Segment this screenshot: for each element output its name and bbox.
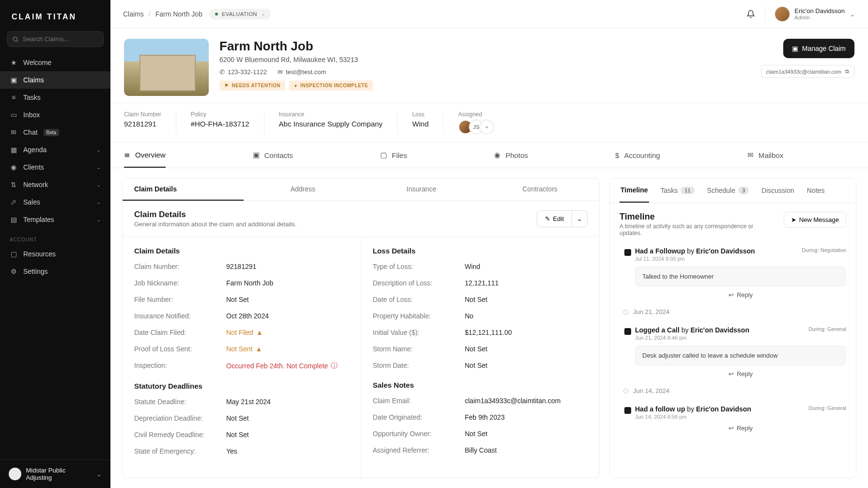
send-icon: ➤ (791, 216, 796, 223)
tab-label: Overview (135, 151, 166, 159)
meta-label: Policy (191, 111, 249, 118)
timeline-note: Talked to the Homeowner (635, 267, 846, 286)
loss-details-col: Loss Details Type of Loss:Wind Descripti… (361, 237, 600, 478)
kv-val: Farm North Job (226, 279, 273, 287)
reply-icon: ↩ (728, 291, 734, 299)
section-header: Claim Details General information about … (123, 201, 599, 237)
manage-claim-button[interactable]: ▣ Manage Claim (783, 39, 854, 58)
tab-photos[interactable]: ◉Photos (494, 142, 528, 168)
breadcrumb-root[interactable]: Claims (123, 10, 144, 18)
nav-network[interactable]: ⇅Network⌄ (0, 176, 110, 193)
new-message-button[interactable]: ➤New Message (784, 212, 846, 228)
kv-key: Date of Loss: (373, 296, 465, 303)
flag-label: NEEDS ATTENTION (232, 83, 281, 88)
tab-accounting[interactable]: $Accounting (615, 142, 660, 168)
kv-val: $12,121,111.00 (465, 329, 512, 336)
nav-label: Welcome (23, 59, 51, 66)
kv-key: Property Habitable: (373, 312, 465, 320)
timeline-during: During: Negotation (802, 247, 846, 253)
subtab-insurance[interactable]: Insurance (362, 178, 481, 201)
meta-label: Assigned (458, 111, 494, 118)
pencil-icon: ✎ (545, 215, 550, 222)
kv-val: Yes (226, 447, 237, 455)
email[interactable]: ✉test@test.com (278, 68, 326, 76)
user-name: Eric'on Davidsson (794, 7, 845, 15)
chevron-down-icon: ⌄ (96, 147, 101, 153)
contacts-icon: ▣ (253, 151, 260, 159)
edit-dropdown-button[interactable]: ⌄ (572, 210, 588, 227)
rtab-notes[interactable]: Notes (806, 178, 826, 203)
section-title: Claim Details (134, 210, 296, 220)
tab-label: Accounting (624, 151, 660, 159)
nav-templates[interactable]: ▤Templates⌄ (0, 211, 110, 228)
network-icon: ⇅ (10, 181, 17, 189)
meta-value: 92181291 (124, 120, 161, 128)
kv-key: Assigned Referrer: (373, 446, 465, 454)
edit-button[interactable]: ✎Edit (537, 210, 572, 227)
kv-val: May 21st 2024 (226, 398, 271, 406)
rtab-timeline[interactable]: Timeline (620, 178, 649, 203)
kv-val: Not Set (465, 296, 488, 303)
search-box[interactable] (7, 31, 104, 47)
meta-assigned: Assigned JS + (458, 111, 509, 134)
nav-inbox[interactable]: ▭Inbox (0, 106, 110, 124)
kv-val: Not Set (465, 345, 488, 353)
meta-value: Abc Insurance Supply Company (279, 120, 383, 128)
kv-key: Storm Name: (373, 345, 465, 353)
reply-button[interactable]: ↩Reply (635, 370, 846, 378)
nav-agenda[interactable]: ▦Agenda⌄ (0, 141, 110, 158)
tab-overview[interactable]: ≣Overview (124, 142, 166, 168)
status-pill[interactable]: EVALUATION ⌄ (209, 9, 271, 19)
user-menu[interactable]: Eric'on Davidsson Admin ⌄ (765, 7, 855, 21)
chevron-down-icon: ⌄ (96, 199, 101, 205)
reply-label: Reply (737, 370, 753, 378)
meta-value: Wind (412, 120, 429, 128)
reply-button[interactable]: ↩Reply (635, 425, 846, 432)
nav-clients[interactable]: ◉Clients⌄ (0, 158, 110, 176)
svg-line-1 (17, 40, 18, 42)
error-icon: ⓘ (331, 362, 338, 370)
rtab-discussion[interactable]: Discussion (760, 178, 795, 203)
subtab-claim-details[interactable]: Claim Details (123, 178, 244, 201)
reply-button[interactable]: ↩Reply (635, 291, 846, 299)
subtab-address[interactable]: Address (244, 178, 362, 201)
chevron-down-icon: ⌄ (261, 11, 265, 16)
rtab-schedule[interactable]: Schedule3 (706, 178, 750, 203)
chevron-down-icon: ⌄ (96, 471, 102, 478)
doc-icon: ▢ (10, 250, 17, 258)
claim-email-chip[interactable]: claim1a34933c@claimtitan.com ⧉ (761, 65, 854, 78)
nav-label: Inbox (23, 111, 40, 119)
user-meta: Eric'on Davidsson Admin (794, 7, 845, 20)
org-switcher[interactable]: Midstar Public Adjusting ⌄ (0, 459, 110, 488)
camera-icon: ◉ (494, 151, 500, 159)
email-value: test@test.com (286, 68, 326, 76)
reply-icon: ↩ (728, 370, 734, 378)
phone[interactable]: ✆123-332-1122 (219, 68, 267, 76)
meta-label: Claim Number (124, 111, 161, 118)
sidebar: CLAIM TITAN ★Welcome ▣Claims ≡Tasks ▭Inb… (0, 0, 110, 488)
bell-icon[interactable] (746, 10, 755, 18)
nav-sales[interactable]: ⬀Sales⌄ (0, 193, 110, 211)
flag-icon: ⚑ (224, 83, 229, 88)
kv-key: Description of Loss: (373, 279, 465, 287)
search-input[interactable] (23, 35, 104, 43)
tab-mailbox[interactable]: ✉Mailbox (747, 142, 784, 168)
nav-welcome[interactable]: ★Welcome (0, 54, 110, 71)
tab-contacts[interactable]: ▣Contacts (253, 142, 293, 168)
nav-settings[interactable]: ⚙Settings (0, 263, 110, 280)
page-title: Farm North Job (219, 39, 373, 54)
nav-claims[interactable]: ▣Claims (0, 71, 110, 89)
nav-tasks[interactable]: ≡Tasks (0, 89, 110, 106)
copy-icon[interactable]: ⧉ (845, 68, 849, 75)
tab-label: Photos (505, 151, 528, 159)
subtab-contractors[interactable]: Contractors (480, 178, 599, 201)
tab-label: Mailbox (759, 151, 784, 159)
nav-label: Resources (23, 250, 56, 258)
nav-chat[interactable]: ✉ChatBeta (0, 124, 110, 141)
kv-key: Proof of Loss Sent: (134, 345, 226, 353)
tab-files[interactable]: ▢Files (380, 142, 407, 168)
nav-resources[interactable]: ▢Resources (0, 245, 110, 263)
add-assignee-button[interactable]: + (480, 120, 494, 134)
button-label: Manage Claim (802, 45, 846, 52)
rtab-tasks[interactable]: Tasks11 (660, 178, 696, 203)
